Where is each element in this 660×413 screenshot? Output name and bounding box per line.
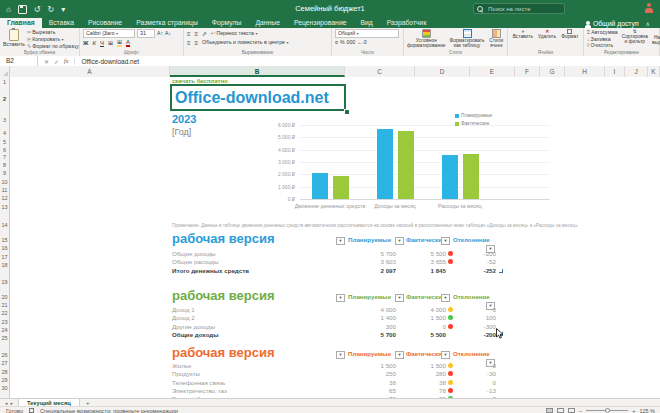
column-header-C[interactable]: C	[345, 66, 415, 77]
zoom-out-icon[interactable]: −	[579, 408, 582, 413]
zoom-slider[interactable]	[586, 410, 628, 411]
borders-button[interactable]: ⊞	[108, 39, 113, 46]
row-header-10[interactable]: 10	[0, 179, 9, 185]
table-row[interactable]: Общие доходы5 7005 500-200	[170, 250, 506, 258]
search-input[interactable]	[486, 5, 560, 13]
row-header-12[interactable]: 12	[0, 195, 9, 201]
table-row[interactable]: Общие расходы3 6033 655-52	[170, 258, 506, 266]
column-header-D[interactable]: D	[415, 66, 470, 77]
align-top-icon[interactable]: ≡	[187, 31, 191, 37]
bold-button[interactable]: Ж	[83, 40, 88, 46]
normal-view-icon[interactable]	[546, 408, 553, 413]
accessibility-status[interactable]: Специальные возможности: проверьте реком…	[40, 408, 178, 413]
row-header-24[interactable]: 24	[0, 327, 9, 333]
ribbon-tab-Разработчик[interactable]: Разработчик	[380, 18, 434, 28]
shrink-font-button[interactable]: А↓	[165, 30, 171, 37]
ribbon-tab-Рисование[interactable]: Рисование	[81, 18, 129, 28]
table1-resize-handle[interactable]	[499, 269, 503, 273]
row-header-30[interactable]: 30	[0, 385, 9, 391]
row-header-23[interactable]: 23	[0, 319, 9, 325]
ribbon-tab-Вставка[interactable]: Вставка	[42, 18, 81, 28]
cancel-icon[interactable]: ✕	[44, 58, 49, 65]
increase-decimal-button[interactable]: ←.0	[357, 39, 367, 46]
row-header-18[interactable]: 18	[0, 262, 9, 268]
column-header-K[interactable]: K	[648, 66, 660, 77]
name-box[interactable]: B2	[0, 56, 38, 66]
row-header-17[interactable]: 17	[0, 254, 9, 260]
ribbon-tab-Главная[interactable]: Главная	[0, 18, 42, 28]
insert-function-icon[interactable]: fx	[64, 58, 68, 65]
cell-styles-button[interactable]: Стили ячеек	[488, 29, 504, 49]
year-placeholder[interactable]: [Год]	[172, 127, 191, 137]
share-button[interactable]: Общий доступ ∧	[586, 18, 650, 28]
filter-button[interactable]: ▼	[395, 237, 404, 245]
font-color-button[interactable]: А	[126, 39, 130, 47]
row-header-1[interactable]: 1	[0, 79, 9, 85]
row-header-2[interactable]: 2	[0, 96, 9, 102]
row-header-25[interactable]: 25	[0, 335, 9, 341]
orientation-icon[interactable]: ⇗	[202, 30, 207, 37]
number-format-select[interactable]: Общий ▾	[335, 29, 399, 38]
row-header-5[interactable]: 5	[0, 139, 9, 145]
table-row[interactable]: Телефонная связь38380	[170, 379, 506, 387]
wrap-text-button[interactable]: ↩Перенос текста ▾	[211, 30, 257, 38]
align-middle-icon[interactable]: ≡	[195, 31, 199, 37]
selected-cell-b2[interactable]: Office-download.net	[170, 84, 346, 111]
column-header-I[interactable]: I	[605, 66, 625, 77]
row-header-3[interactable]: 3	[0, 117, 9, 123]
table-row[interactable]: Жилье1 5001 5000	[170, 362, 506, 370]
underline-button[interactable]: Ч	[100, 40, 104, 46]
filter-button[interactable]: ▼	[336, 351, 345, 359]
row-header-21[interactable]: 21	[0, 302, 9, 308]
merge-center-button[interactable]: Объединить и поместить в центре ▾	[202, 39, 288, 47]
row-header-11[interactable]: 11	[0, 187, 9, 193]
row-header-16[interactable]: 16	[0, 245, 9, 251]
row-header-14[interactable]: 14	[0, 222, 9, 228]
fill-color-button[interactable]: ⊞	[117, 38, 122, 47]
align-center-icon[interactable]: ≡	[195, 40, 199, 46]
sheet-canvas[interactable]: 1234567891011121314151617181920212223242…	[0, 77, 660, 398]
format-as-table-button[interactable]: Форматировать как таблицу	[450, 29, 485, 49]
filter-button[interactable]: ▼	[441, 237, 450, 245]
insert-cells-button[interactable]: +Вставить	[513, 29, 533, 49]
percent-format-button[interactable]: %	[340, 39, 345, 46]
column-header-J[interactable]: J	[625, 66, 648, 77]
row-header-13[interactable]: 13	[0, 204, 9, 210]
column-header-E[interactable]: E	[470, 66, 515, 77]
filter-button[interactable]: ▼	[336, 237, 345, 245]
row-header-27[interactable]: 27	[0, 360, 9, 366]
page-break-view-icon[interactable]	[568, 408, 575, 413]
column-header-B[interactable]: B	[170, 66, 345, 77]
copy-button[interactable]: ⎘Копировать ▾	[27, 36, 79, 44]
sort-filter-button[interactable]: ⇅Сортировка и фильтр	[622, 29, 648, 49]
paste-button[interactable]: Вставить	[3, 29, 25, 48]
row-header-19[interactable]: 19	[0, 279, 9, 285]
year-value[interactable]: 2023	[172, 113, 196, 125]
row-header-9[interactable]: 9	[0, 170, 9, 176]
collapse-ribbon-icon[interactable]: ∧	[646, 20, 650, 27]
zoom-level[interactable]: 125 %	[639, 408, 655, 413]
row-header-8[interactable]: 8	[0, 162, 9, 168]
align-left-icon[interactable]: ≡	[187, 40, 191, 46]
search-box[interactable]	[473, 3, 565, 14]
ribbon-tab-Рецензирование[interactable]: Рецензирование	[287, 18, 353, 28]
filter-button[interactable]: ▼	[395, 351, 404, 359]
column-header-G[interactable]: G	[540, 66, 565, 77]
table-row[interactable]: Общие доходы5 7005 500-200	[170, 331, 506, 339]
row-header-4[interactable]: 4	[0, 130, 9, 136]
ribbon-tab-Данные[interactable]: Данные	[248, 18, 287, 28]
column-header-F[interactable]: F	[515, 66, 540, 77]
format-cells-button[interactable]: Формат	[561, 29, 578, 49]
user-avatar[interactable]	[644, 3, 654, 14]
italic-button[interactable]: К	[92, 40, 96, 46]
select-all-corner[interactable]	[0, 66, 10, 77]
zoom-slider-handle[interactable]	[605, 408, 610, 413]
filter-button[interactable]: ▼	[336, 294, 345, 302]
font-name-select[interactable]: Calibri (Заго ▾	[83, 29, 135, 38]
formula-input[interactable]: Office-download.net	[75, 58, 139, 65]
table-row[interactable]: Итого денежных средств2 0971 845-252	[170, 267, 506, 275]
table-row[interactable]: Продукты250280-30	[170, 370, 506, 378]
grow-font-button[interactable]: А↑	[157, 30, 163, 37]
font-size-select[interactable]: 31	[137, 29, 155, 38]
clear-button[interactable]: ◊Очистить	[587, 42, 618, 49]
